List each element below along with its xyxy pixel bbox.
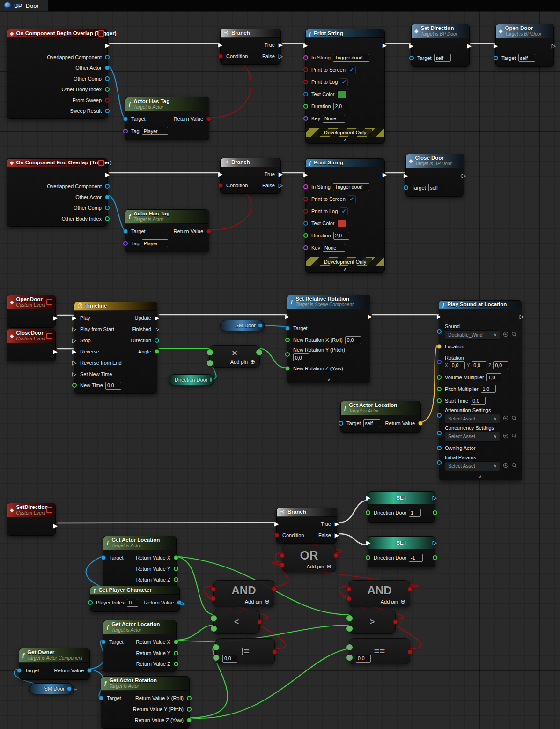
tab-bp-door[interactable]: BP_Door: [0, 0, 48, 11]
attenuation-settings-pin[interactable]: [437, 413, 442, 418]
print-to-log-pin[interactable]: [303, 80, 308, 84]
owning-actor-pin[interactable]: [437, 446, 442, 450]
operand-pin[interactable]: [346, 655, 353, 661]
target-pin[interactable]: [409, 56, 414, 60]
key-pin[interactable]: [303, 116, 308, 121]
node-header[interactable]: ƒPlay Sound at Location: [439, 301, 522, 309]
exec-pin[interactable]: ▶: [303, 43, 308, 48]
node-header[interactable]: ▶SET▷: [368, 492, 435, 504]
initial-params-pin[interactable]: [437, 460, 442, 465]
value-input[interactable]: [356, 655, 371, 663]
target-pin[interactable]: [404, 185, 408, 190]
target-pin[interactable]: [339, 421, 343, 426]
value-input[interactable]: [127, 599, 138, 607]
other-comp-pin[interactable]: [105, 206, 110, 210]
exec-pin[interactable]: ▷: [520, 314, 524, 319]
exec-pin[interactable]: ▶: [105, 43, 110, 48]
operator-node-op-equal[interactable]: ==: [349, 638, 410, 664]
node-header[interactable]: Branch: [221, 158, 280, 167]
other-actor-pin[interactable]: [105, 195, 110, 199]
exec-pin[interactable]: ▶: [366, 540, 370, 545]
operator-node-op-not-equal[interactable]: !=: [215, 638, 275, 664]
collapse-chevron[interactable]: ∨: [287, 377, 370, 383]
node-event-open-door[interactable]: ◆OpenDoorCustom Event▶: [7, 295, 56, 328]
value-input[interactable]: [428, 184, 445, 191]
value-input[interactable]: [471, 397, 486, 405]
exec-pin[interactable]: ▶: [366, 495, 370, 500]
browse-icon[interactable]: [511, 432, 517, 441]
value-input[interactable]: [293, 353, 309, 361]
value-input[interactable]: [333, 54, 369, 62]
exec-pin[interactable]: ▷: [552, 44, 556, 48]
node-set-direction-door-neg[interactable]: ▶SET▷Direction Door: [368, 536, 435, 567]
reverse-pin[interactable]: ▶: [72, 349, 76, 354]
node-event-set-direction[interactable]: ◆SetDirectionCustom Event▶: [7, 503, 56, 536]
operand-pin[interactable]: [272, 587, 277, 592]
exec-pin[interactable]: ▶: [53, 316, 58, 320]
finished-pin[interactable]: ▷: [155, 327, 159, 331]
checkbox-checked[interactable]: ✓: [340, 78, 348, 86]
other-actor-pin[interactable]: [105, 66, 110, 70]
variable-node-var-direction-door[interactable]: Direction Door: [169, 374, 214, 385]
duration-pin[interactable]: [303, 104, 308, 109]
duration-pin[interactable]: [303, 233, 308, 238]
node-header[interactable]: ◆Open DoorTarget is BP Door: [496, 24, 553, 38]
exec-pin[interactable]: ▶: [368, 314, 372, 319]
value-input[interactable]: [142, 239, 168, 247]
asset-select[interactable]: Select Asset∨: [445, 461, 500, 471]
asset-select[interactable]: Select Asset∨: [445, 432, 500, 442]
add-pin-button[interactable]: Add pin⊕: [307, 563, 332, 570]
value-input[interactable]: [409, 509, 421, 517]
node-header[interactable]: Branch: [221, 29, 280, 38]
operator-node-op-less[interactable]: <: [213, 610, 260, 634]
node-set-relative-rotation[interactable]: ƒSet Relative RotationTarget is Scene Co…: [287, 295, 370, 383]
false-pin[interactable]: ▷: [279, 183, 283, 188]
node-header[interactable]: ◆SetDirectionCustom Event: [7, 503, 55, 517]
value-input[interactable]: [323, 244, 345, 252]
operand-pin[interactable]: [346, 587, 352, 592]
browse-icon[interactable]: [511, 414, 517, 423]
return-value-z-pin[interactable]: [174, 577, 178, 582]
value-input[interactable]: [333, 183, 369, 191]
node-header[interactable]: ƒGet Player Character: [90, 586, 179, 595]
print-to-screen-pin[interactable]: [303, 197, 308, 201]
exec-pin[interactable]: ▶: [409, 44, 413, 48]
exec-pin[interactable]: ▶: [494, 44, 498, 48]
node-header[interactable]: ƒPrint String: [306, 29, 384, 38]
blueprint-canvas[interactable]: ◆On Component Begin Overlap (Trigger)▶Ov…: [0, 11, 560, 729]
value-input[interactable]: [363, 419, 380, 427]
sm-door-pin[interactable]: [258, 323, 263, 328]
operand-pin[interactable]: [346, 644, 353, 650]
exec-pin[interactable]: [433, 555, 437, 560]
in-string-pin[interactable]: [303, 184, 308, 189]
use-selected-icon[interactable]: [503, 414, 508, 423]
true-pin[interactable]: ▶: [335, 522, 339, 526]
node-header[interactable]: ◆OpenDoorCustom Event: [7, 295, 55, 309]
target-pin[interactable]: [99, 696, 103, 700]
other-comp-pin[interactable]: [105, 76, 110, 81]
operator-node-op-multiply[interactable]: ×Add pin⊕: [209, 345, 260, 368]
operator-node-op-and-1[interactable]: ANDAdd pin⊕: [213, 580, 274, 607]
node-actor-has-tag-2[interactable]: ƒActor Has TagTarget is ActorTargetRetur…: [125, 209, 209, 252]
node-header[interactable]: ƒGet OwnerTarget is Actor Component: [19, 648, 89, 663]
exec-pin[interactable]: ▷: [462, 173, 466, 178]
exec-pin[interactable]: ▶: [285, 314, 289, 319]
node-get-player-character[interactable]: ƒGet Player CharacterPlayer IndexReturn …: [90, 586, 180, 612]
operand-pin[interactable]: [207, 360, 213, 366]
operand-pin[interactable]: [407, 649, 413, 655]
play-pin[interactable]: ▶: [72, 316, 76, 320]
node-header[interactable]: ƒGet Actor LocationTarget is Actor: [341, 401, 420, 415]
node-header[interactable]: ƒPrint String: [306, 159, 384, 167]
rotation-pin[interactable]: [437, 360, 442, 364]
true-pin[interactable]: ▶: [279, 43, 283, 47]
sweep-result-pin[interactable]: [105, 109, 110, 113]
condition-pin[interactable]: [218, 183, 223, 188]
value-input[interactable]: [472, 361, 486, 369]
node-header[interactable]: ▶SET▷: [368, 537, 435, 549]
false-pin[interactable]: ▷: [279, 54, 283, 59]
operand-pin[interactable]: [346, 596, 352, 601]
target-pin[interactable]: [123, 117, 128, 121]
operand-pin[interactable]: [211, 587, 216, 592]
node-set-direction-call[interactable]: ◆Set DirectionTarget is BP Door▶▶Target: [411, 24, 470, 67]
add-pin-button[interactable]: Add pin⊕: [230, 358, 255, 365]
